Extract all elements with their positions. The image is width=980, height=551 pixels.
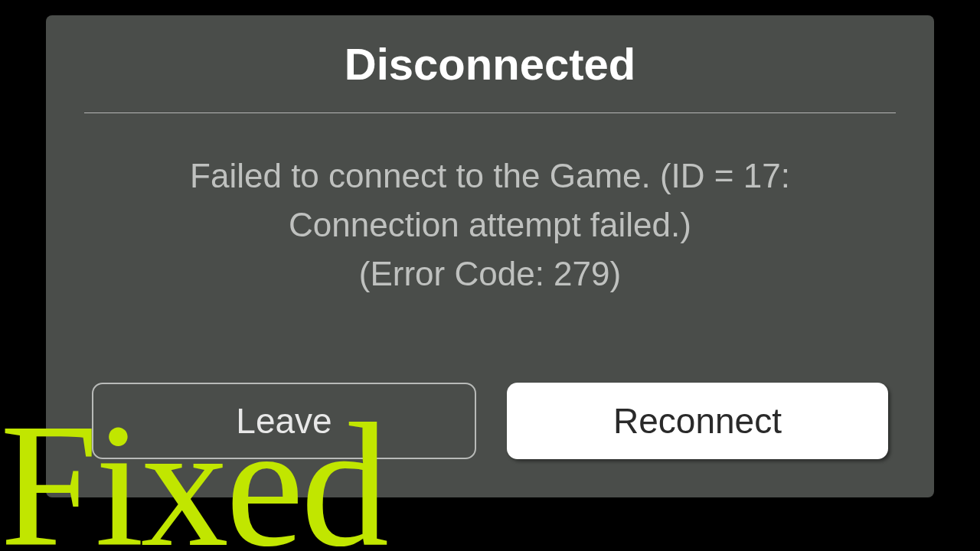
divider	[84, 112, 896, 113]
dialog-title: Disconnected	[84, 38, 896, 112]
dialog-message: Failed to connect to the Game. (ID = 17:…	[84, 152, 896, 383]
message-line-1: Failed to connect to the Game. (ID = 17:	[190, 157, 790, 194]
message-line-2: Connection attempt failed.)	[289, 206, 691, 243]
message-line-3: (Error Code: 279)	[359, 255, 621, 292]
fixed-overlay-text: Fixed	[0, 398, 386, 551]
reconnect-button[interactable]: Reconnect	[507, 383, 888, 459]
